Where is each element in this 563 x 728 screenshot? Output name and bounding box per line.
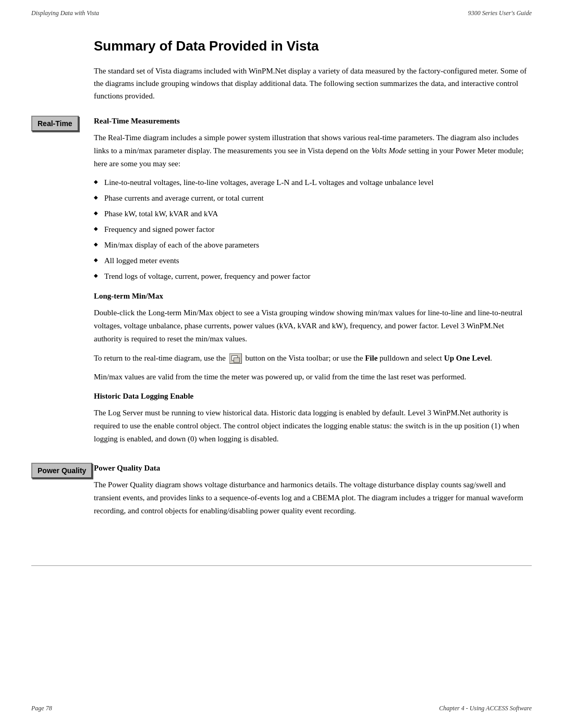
bullet-item: All logged meter events xyxy=(94,254,532,267)
power-quality-label-area: Power Quality xyxy=(31,462,94,478)
up-one-level-bold: Up One Level xyxy=(444,354,490,362)
real-time-measurements-heading: Real-Time Measurements xyxy=(94,115,532,127)
bullet-item: Frequency and signed power factor xyxy=(94,223,532,236)
historic-data-logging-text: The Log Server must be running to view h… xyxy=(94,406,532,445)
long-term-minmax-heading: Long-term Min/Max xyxy=(94,290,532,302)
bullet-item: Line-to-neutral voltages, line-to-line v… xyxy=(94,176,532,189)
file-bold: File xyxy=(365,354,377,362)
page-title: Summary of Data Provided in Vista xyxy=(94,38,532,54)
power-quality-section: Power Quality Power Quality Data The Pow… xyxy=(31,462,532,523)
page-content: Summary of Data Provided in Vista The st… xyxy=(0,22,563,565)
real-time-measurements-text: The Real-Time diagram includes a simple … xyxy=(94,131,532,170)
real-time-button: Real-Time xyxy=(31,116,79,131)
footer-divider xyxy=(31,565,532,566)
bullet-item: Phase kW, total kW, kVAR and kVA xyxy=(94,207,532,220)
real-time-section: Real-Time Real-Time Measurements The Rea… xyxy=(31,115,532,451)
page-footer: Page 78 Chapter 4 - Using ACCESS Softwar… xyxy=(0,699,563,718)
header-left: Displaying Data with Vista xyxy=(31,9,99,17)
power-quality-data-text: The Power Quality diagram shows voltage … xyxy=(94,478,532,517)
real-time-bullets: Line-to-neutral voltages, line-to-line v… xyxy=(94,176,532,282)
long-term-minmax-text: Double-click the Long-term Min/Max objec… xyxy=(94,306,532,345)
bullet-item: Trend logs of voltage, current, power, f… xyxy=(94,270,532,282)
power-quality-data-heading: Power Quality Data xyxy=(94,462,532,474)
bullet-item: Phase currents and average current, or t… xyxy=(94,192,532,204)
real-time-label-area: Real-Time xyxy=(31,115,94,131)
footer-right: Chapter 4 - Using ACCESS Software xyxy=(439,705,532,712)
intro-paragraph: The standard set of Vista diagrams inclu… xyxy=(94,65,532,102)
bullet-item: Min/max display of each of the above par… xyxy=(94,239,532,251)
footer-left: Page 78 xyxy=(31,705,52,712)
toolbar-sentence: To return to the real-time diagram, use … xyxy=(94,352,532,365)
volts-mode-italic: Volts Mode xyxy=(371,146,406,155)
toolbar-icon xyxy=(229,353,242,364)
page-header: Displaying Data with Vista 9300 Series U… xyxy=(0,0,563,22)
historic-data-logging-heading: Historic Data Logging Enable xyxy=(94,390,532,402)
minmax-valid-text: Min/max values are valid from the time t… xyxy=(94,371,532,384)
header-right: 9300 Series User's Guide xyxy=(468,9,532,17)
power-quality-body: Power Quality Data The Power Quality dia… xyxy=(94,462,532,523)
power-quality-button: Power Quality xyxy=(31,463,92,478)
real-time-body: Real-Time Measurements The Real-Time dia… xyxy=(94,115,532,451)
